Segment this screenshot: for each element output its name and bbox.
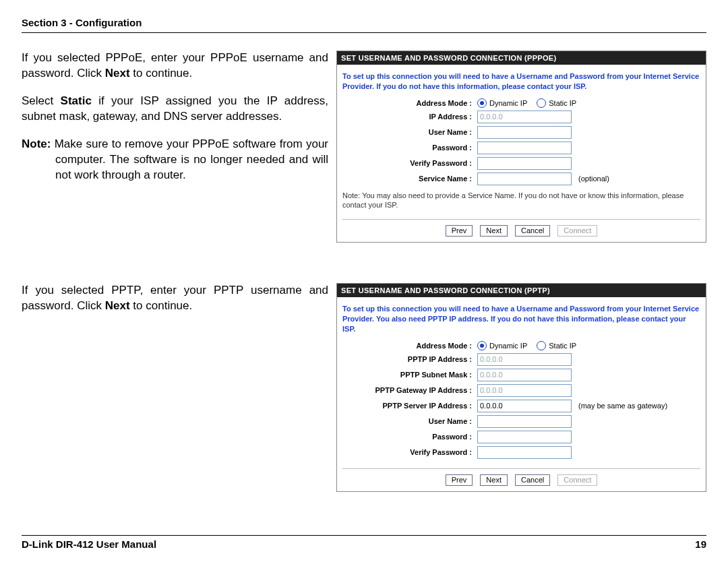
text-bold: Static — [61, 94, 92, 107]
text-bold: Next — [105, 67, 130, 80]
page-number: 19 — [695, 538, 706, 550]
ip-address-input[interactable] — [477, 111, 572, 123]
radio-checked-icon — [477, 98, 487, 108]
pptp-panel: SET USERNAME AND PASSWORD CONNECTION (PP… — [336, 283, 706, 492]
cancel-button[interactable]: Cancel — [515, 474, 550, 486]
cancel-button[interactable]: Cancel — [515, 225, 550, 237]
pptp-ip-label: PPTP IP Address : — [342, 355, 472, 363]
connect-button: Connect — [557, 225, 597, 237]
pptp-explanation: If you selected PPTP, enter your PPTP us… — [22, 283, 336, 326]
pppoe-panel: SET USERNAME AND PASSWORD CONNECTION (PP… — [336, 51, 706, 243]
static-ip-radio[interactable]: Static IP — [537, 98, 576, 108]
pppoe-block: If you selected PPPoE, enter your PPPoE … — [22, 51, 706, 243]
username-input[interactable] — [477, 415, 572, 428]
next-button[interactable]: Next — [480, 474, 508, 486]
password-label: Password : — [342, 144, 472, 152]
username-label: User Name : — [342, 128, 472, 136]
next-button[interactable]: Next — [480, 225, 508, 237]
text: to continue. — [130, 67, 193, 80]
text: Make sure to remove your PPPoE software … — [51, 137, 328, 181]
pptp-subnet-label: PPTP Subnet Mask : — [342, 371, 472, 379]
verify-password-label: Verify Password : — [342, 159, 472, 167]
radio-label: Static IP — [549, 99, 576, 107]
pptp-gateway-input[interactable] — [477, 384, 572, 397]
footer-title: D-Link DIR-412 User Manual — [22, 538, 156, 550]
radio-icon — [537, 341, 546, 350]
pptp-server-input[interactable] — [477, 400, 572, 412]
address-mode-label: Address Mode : — [342, 99, 472, 107]
prev-button[interactable]: Prev — [446, 474, 473, 486]
button-bar: Prev Next Cancel Connect — [342, 468, 700, 486]
address-mode-label: Address Mode : — [342, 342, 472, 350]
connect-button: Connect — [557, 474, 597, 486]
radio-icon — [537, 98, 546, 108]
verify-password-input[interactable] — [477, 157, 572, 170]
static-ip-radio[interactable]: Static IP — [537, 341, 576, 350]
pppoe-explanation: If you selected PPPoE, enter your PPPoE … — [22, 51, 336, 195]
pptp-subnet-input[interactable] — [477, 369, 572, 381]
text: Select — [22, 94, 61, 107]
page-footer: D-Link DIR-412 User Manual 19 — [22, 535, 706, 550]
verify-password-label: Verify Password : — [342, 448, 472, 456]
service-name-label: Service Name : — [342, 175, 472, 183]
section-header: Section 3 - Configuration — [22, 17, 706, 28]
pptp-ip-input[interactable] — [477, 353, 572, 366]
panel-title: SET USERNAME AND PASSWORD CONNECTION (PP… — [337, 51, 706, 65]
server-hint: (may be same as gateway) — [578, 402, 667, 410]
password-input[interactable] — [477, 431, 572, 443]
text-bold: Note: — [22, 137, 51, 150]
radio-label: Static IP — [549, 342, 576, 350]
button-bar: Prev Next Cancel Connect — [342, 219, 700, 237]
username-input[interactable] — [477, 126, 572, 139]
text-bold: Next — [105, 299, 130, 312]
panel-title: SET USERNAME AND PASSWORD CONNECTION (PP… — [337, 284, 706, 297]
password-label: Password : — [342, 433, 472, 441]
text: to continue. — [130, 299, 193, 312]
dynamic-ip-radio[interactable]: Dynamic IP — [477, 341, 527, 350]
service-name-input[interactable] — [477, 173, 572, 185]
bottom-divider — [22, 535, 706, 536]
dynamic-ip-radio[interactable]: Dynamic IP — [477, 98, 527, 108]
verify-password-input[interactable] — [477, 446, 572, 459]
password-input[interactable] — [477, 142, 572, 154]
username-label: User Name : — [342, 417, 472, 425]
panel-intro: To set up this connection you will need … — [342, 304, 700, 334]
pptp-block: If you selected PPTP, enter your PPTP us… — [22, 283, 706, 492]
ip-address-label: IP Address : — [342, 113, 472, 121]
panel-post-note: Note: You may also need to provide a Ser… — [342, 191, 700, 210]
panel-intro: To set up this connection you will need … — [342, 71, 700, 92]
radio-checked-icon — [477, 341, 487, 350]
prev-button[interactable]: Prev — [446, 225, 473, 237]
radio-label: Dynamic IP — [489, 99, 527, 107]
pptp-gateway-label: PPTP Gateway IP Address : — [342, 386, 472, 394]
radio-label: Dynamic IP — [489, 342, 527, 350]
optional-hint: (optional) — [578, 175, 609, 183]
pptp-server-label: PPTP Server IP Address : — [342, 402, 472, 410]
